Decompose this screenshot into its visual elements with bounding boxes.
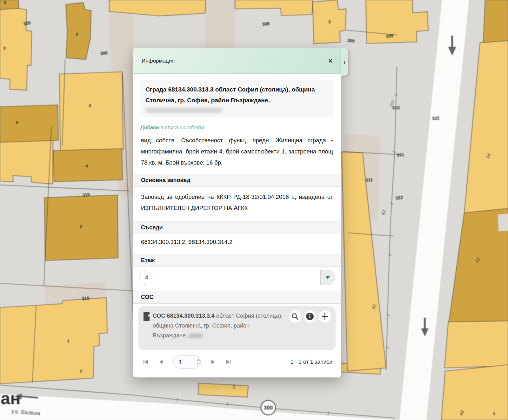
object-description: вид собств. Съсобственост, функц. предн.… [141,135,333,168]
map-label: 1 [67,339,69,343]
redacted-address-line [145,108,222,113]
map-label: 315 [82,192,90,198]
records-summary: 1 - 1 от 1 записи [291,359,332,365]
last-page-icon [225,359,231,365]
map-label: 2 [328,19,331,24]
add-to-list-link[interactable]: Добави в списък с обекти [140,125,334,131]
map-label: 311 [365,177,373,183]
close-icon[interactable]: × [328,58,332,64]
floor-select-cap[interactable] [320,270,335,285]
map-label: 2 [80,224,82,229]
sos-list-item[interactable]: СОС 68134.300.313.3.4 област София (стол… [138,306,336,350]
redacted-tail [189,334,203,338]
next-page-icon [211,359,216,364]
order-text: Заповед за одобрение на КККР РД-18-32/01… [133,187,341,215]
section-header-floor: Етаж [133,254,341,267]
prev-page-icon [158,359,164,364]
block-number-marker: 300 [261,400,276,415]
map-label: 308 [262,21,270,27]
map-label: 322 [432,115,440,121]
map-label: 309 [347,38,355,44]
map-label: 305 [23,20,31,26]
section-header-neighbors: Съседи [133,221,341,234]
floor-select[interactable]: 4 [139,270,335,285]
section-header-sos: СОС [133,291,341,304]
map-label: 2 [76,32,78,37]
sos-item-id: СОС 68134.300.313.3.4 [153,313,215,319]
street-zoom-label: ан [1,389,21,408]
map-label: 306 [100,50,108,56]
add-object-button[interactable] [318,310,331,323]
last-page-button[interactable] [224,358,232,366]
search-icon [291,313,298,320]
map-label: 3 [3,46,5,51]
building-unit-icon [144,312,150,321]
panel-title: Информация [142,58,175,64]
map-label: 309 [386,33,394,39]
map-label: 311 [397,152,404,158]
next-page-button[interactable] [209,358,217,366]
floor-select-value: 4 [139,274,320,281]
object-title-text: Сграда 68134.300.313.3 област София (сто… [145,86,315,104]
plus-icon [321,313,329,320]
zoom-to-object-button[interactable] [289,310,301,323]
page-number-stepper[interactable] [173,355,201,369]
first-page-icon [143,359,149,365]
neighbors-text: 68134.300.313.2, 68134.300.314.2 [133,234,341,248]
map-label: 4 [16,120,18,125]
map-label: 1 [493,411,495,416]
block-number-label: 300 [264,405,273,411]
panel-header: Информация × [133,48,341,74]
prev-page-button[interactable] [157,358,165,366]
map-label: 322 [395,195,403,200]
info-icon [306,312,314,321]
sos-item-text: СОС 68134.300.313.3.4 област София (стол… [153,311,283,341]
chevron-left-icon: ‹ [344,58,346,66]
map-label: 315 [82,295,90,301]
map-parcel-notch [498,213,508,231]
map-label: 4 [85,164,88,168]
map-label: 2 [4,0,6,5]
panel-collapse-tab[interactable]: ‹ [341,48,348,76]
map-label: 310 [392,105,400,110]
map-label: 3 [89,103,91,108]
chevron-down-icon [325,276,330,279]
app-window: ан ул. Балкан 300 3052323063308230930931… [0,0,508,420]
first-page-button[interactable] [142,358,150,366]
info-panel: Информация × Сграда 68134.300.313.3 обла… [133,48,341,377]
object-info-button[interactable] [304,310,316,323]
stepper-arrows-icon [197,358,200,365]
page-number-input[interactable] [174,358,192,365]
pagination: 1 - 1 от 1 записи [142,355,332,369]
section-header-order: Основна заповед [133,174,341,187]
object-title-card: Сграда 68134.300.313.3 област София (сто… [140,80,334,117]
